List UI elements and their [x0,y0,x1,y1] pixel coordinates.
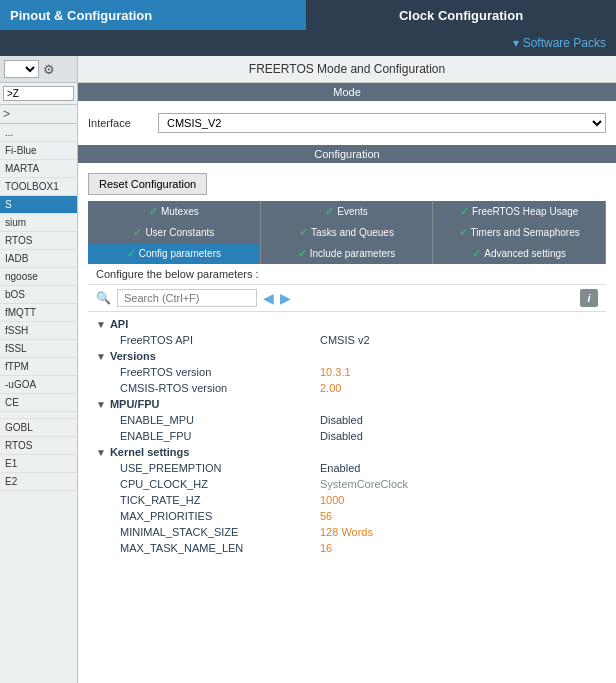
cmsis-version-row: CMSIS-RTOS version 2.00 [96,380,598,396]
max-task-name-len-name: MAX_TASK_NAME_LEN [120,542,320,554]
sidebar-item-ngoose[interactable]: ngoose [0,268,77,286]
max-task-name-len-value: 16 [320,542,332,554]
tick-rate-hz-name: TICK_RATE_HZ [120,494,320,506]
pinout-config-label: Pinout & Configuration [10,8,152,23]
tab-events-label: Events [337,206,368,217]
sidebar-item-ce[interactable]: CE [0,394,77,412]
tab-uc-label: User Constants [145,227,214,238]
use-preemption-row: USE_PREEMPTION Enabled [96,460,598,476]
tabs-row-3: ✓ Config parameters ✓ Include parameters… [88,243,606,264]
mode-section: Interface CMSIS_V2 [78,101,616,145]
tab-heap-label: FreeRTOS Heap Usage [472,206,578,217]
software-packs-bar[interactable]: ▾ Software Packs [0,30,616,56]
sidebar-item-fssh[interactable]: fSSH [0,322,77,340]
mpufpu-group-label: MPU/FPU [110,398,160,410]
search-bar: 🔍 ◀ ▶ i [88,285,606,312]
tab-mutexes[interactable]: ✓ Mutexes [88,201,261,222]
main-container: ⚙ > ... Fi-Blue MARTA TOOLBOX1 S sium RT… [0,56,616,683]
sidebar-item-fmqtt[interactable]: fMQTT [0,304,77,322]
gear-icon[interactable]: ⚙ [43,62,55,77]
mpufpu-arrow-icon: ▼ [96,399,106,410]
mode-section-header: Mode [78,83,616,101]
cp-check-icon: ✓ [127,247,136,260]
sidebar-item-fssl[interactable]: fSSL [0,340,77,358]
search-icon: 🔍 [96,291,111,305]
sidebar-item-iadb[interactable]: IADB [0,250,77,268]
kernel-arrow-icon: ▼ [96,447,106,458]
tab-freertos-heap[interactable]: ✓ FreeRTOS Heap Usage [433,201,606,222]
tab-mutexes-label: Mutexes [161,206,199,217]
sidebar-item-e1[interactable]: E1 [0,455,77,473]
versions-group[interactable]: ▼ Versions [96,348,598,364]
software-packs-label: Software Packs [523,36,606,50]
api-freertos-name: FreeRTOS API [120,334,320,346]
sidebar-top: ⚙ [0,56,77,83]
sidebar-item-ellipsis[interactable]: ... [0,124,77,142]
sidebar-search-row [0,83,77,105]
max-priorities-row: MAX_PRIORITIES 56 [96,508,598,524]
tab-config-params[interactable]: ✓ Config parameters [88,243,261,264]
mutexes-check-icon: ✓ [149,205,158,218]
param-tree: ▼ API FreeRTOS API CMSIS v2 ▼ Versions F… [88,312,606,560]
sidebar-search-input[interactable] [3,86,74,101]
clock-config-tab[interactable]: Clock Configuration [306,0,616,30]
sidebar-expand-arrow[interactable]: > [0,105,77,124]
uc-check-icon: ✓ [133,226,142,239]
versions-group-label: Versions [110,350,156,362]
tab-user-constants[interactable]: ✓ User Constants [88,222,261,243]
sidebar-item-rtos[interactable]: RTOS [0,232,77,250]
tab-events[interactable]: ✓ Events [261,201,434,222]
tab-advanced-settings[interactable]: ✓ Advanced settings [433,243,606,264]
config-section: Reset Configuration ✓ Mutexes ✓ Events ✓… [78,163,616,564]
interface-label: Interface [88,117,158,129]
config-section-header: Configuration [78,145,616,163]
ts-check-icon: ✓ [459,226,468,239]
pinout-config-tab[interactable]: Pinout & Configuration [0,0,306,30]
tab-tasks-queues[interactable]: ✓ Tasks and Queues [261,222,434,243]
use-preemption-value: Enabled [320,462,360,474]
enable-mpu-value: Disabled [320,414,363,426]
api-group[interactable]: ▼ API [96,316,598,332]
events-check-icon: ✓ [325,205,334,218]
mpufpu-group[interactable]: ▼ MPU/FPU [96,396,598,412]
freertos-version-row: FreeRTOS version 10.3.1 [96,364,598,380]
sidebar-item-marta[interactable]: MARTA [0,160,77,178]
sidebar-item-bos[interactable]: bOS [0,286,77,304]
sidebar-item-gobl[interactable]: GOBL [0,419,77,437]
tab-timers-semaphores[interactable]: ✓ Timers and Semaphores [433,222,606,243]
enable-fpu-row: ENABLE_FPU Disabled [96,428,598,444]
tab-ts-label: Timers and Semaphores [471,227,580,238]
sidebar-item-fiblue[interactable]: Fi-Blue [0,142,77,160]
sidebar-item-rtos2[interactable]: RTOS [0,437,77,455]
heap-check-icon: ✓ [460,205,469,218]
content-title: FREERTOS Mode and Configuration [78,56,616,83]
enable-mpu-row: ENABLE_MPU Disabled [96,412,598,428]
sidebar-item-s[interactable]: S [0,196,77,214]
cpu-clock-hz-value: SystemCoreClock [320,478,408,490]
info-icon[interactable]: i [580,289,598,307]
enable-mpu-name: ENABLE_MPU [120,414,320,426]
tab-as-label: Advanced settings [484,248,566,259]
tq-check-icon: ✓ [299,226,308,239]
clock-config-label: Clock Configuration [399,8,523,23]
search-input[interactable] [117,289,257,307]
reset-config-button[interactable]: Reset Configuration [88,173,207,195]
sidebar-item-sium[interactable]: sium [0,214,77,232]
sidebar-item-toolbox1[interactable]: TOOLBOX1 [0,178,77,196]
tab-tq-label: Tasks and Queues [311,227,394,238]
tab-ip-label: Include parameters [310,248,396,259]
cmsis-version-name: CMSIS-RTOS version [120,382,320,394]
sidebar-item-ugoa[interactable]: -uGOA [0,376,77,394]
api-freertos-row: FreeRTOS API CMSIS v2 [96,332,598,348]
cmsis-version-value: 2.00 [320,382,341,394]
nav-next-arrow[interactable]: ▶ [280,290,291,306]
nav-prev-arrow[interactable]: ◀ [263,290,274,306]
use-preemption-name: USE_PREEMPTION [120,462,320,474]
tab-include-params[interactable]: ✓ Include parameters [261,243,434,264]
kernel-group[interactable]: ▼ Kernel settings [96,444,598,460]
sidebar-item-e2[interactable]: E2 [0,473,77,491]
interface-select[interactable]: CMSIS_V2 [158,113,606,133]
enable-fpu-value: Disabled [320,430,363,442]
sidebar-item-ftpm[interactable]: fTPM [0,358,77,376]
sidebar-dropdown[interactable] [4,60,39,78]
